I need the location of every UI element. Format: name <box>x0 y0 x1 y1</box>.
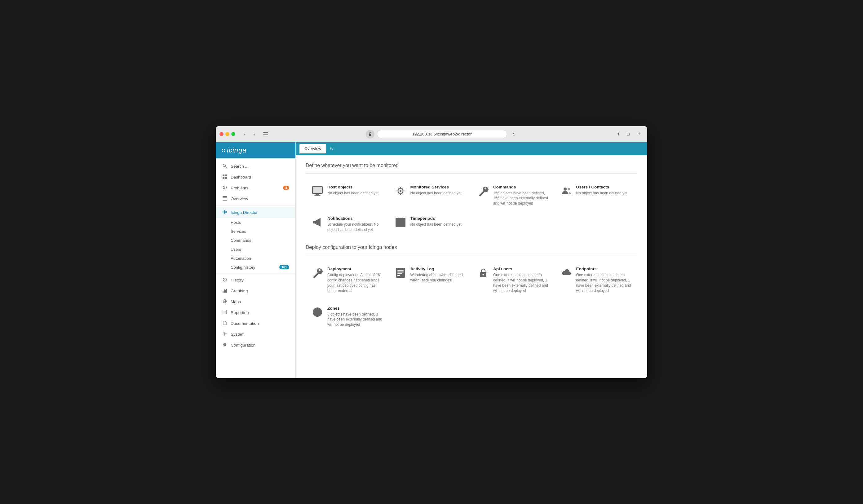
svg-rect-39 <box>315 194 319 195</box>
sidebar-item-users[interactable]: Users <box>216 245 296 254</box>
svg-point-24 <box>223 211 224 212</box>
sidebar-item-history[interactable]: History <box>216 275 296 286</box>
sidebar-item-maps[interactable]: Maps <box>216 296 296 307</box>
svg-rect-58 <box>397 273 402 274</box>
tab-overview[interactable]: Overview <box>299 144 326 153</box>
logo-text: icinga <box>227 146 247 154</box>
sidebar-item-automation[interactable]: Automation <box>216 254 296 263</box>
services-label: Services <box>230 229 289 234</box>
security-icon <box>366 130 374 139</box>
reporting-icon <box>222 310 227 315</box>
sidebar-item-configuration[interactable]: Configuration <box>216 340 296 351</box>
sidebar-item-graphing[interactable]: Graphing <box>216 286 296 296</box>
card-timeperiods[interactable]: Timeperiods No object has been defined y… <box>389 211 472 237</box>
bookmark-button[interactable]: ⊡ <box>624 130 633 139</box>
close-button[interactable] <box>220 132 224 136</box>
configuration-label: Configuration <box>230 343 289 348</box>
card-endpoints[interactable]: Endpoints One external object has been d… <box>554 262 638 298</box>
svg-line-6 <box>225 166 227 167</box>
sidebar-item-services[interactable]: Services <box>216 227 296 236</box>
app-container: icinga Search ... <box>216 142 647 378</box>
back-button[interactable]: ‹ <box>240 130 249 139</box>
timeperiods-desc: No object has been defined yet <box>410 222 462 227</box>
globe-icon <box>312 306 323 320</box>
maximize-button[interactable] <box>231 132 235 136</box>
wrench-icon <box>478 185 489 199</box>
card-monitored-services[interactable]: Monitored Services No object has been de… <box>389 180 472 211</box>
svg-rect-9 <box>223 177 224 179</box>
svg-point-43 <box>400 190 401 192</box>
sidebar-item-system[interactable]: System <box>216 329 296 340</box>
sidebar-item-reporting[interactable]: Reporting <box>216 307 296 318</box>
logo-dots <box>222 149 225 152</box>
sidebar-toggle-button[interactable] <box>261 130 270 139</box>
svg-point-45 <box>567 188 570 190</box>
section1-title: Define whatever you want to be monitored <box>305 163 637 168</box>
svg-rect-28 <box>225 290 226 293</box>
svg-rect-26 <box>223 291 224 293</box>
documentation-icon <box>222 321 227 326</box>
config-history-badge: 161 <box>279 265 289 269</box>
automation-label: Automation <box>230 256 289 261</box>
sidebar-logo: icinga <box>216 142 296 159</box>
sidebar: icinga Search ... <box>216 142 296 378</box>
sidebar-item-dashboard[interactable]: Dashboard <box>216 172 296 182</box>
page-content: Define whatever you want to be monitored <box>296 155 647 378</box>
sidebar-divider-1 <box>216 205 296 206</box>
svg-rect-51 <box>400 222 401 223</box>
search-label: Search ... <box>230 164 289 168</box>
share-button[interactable]: ⬆ <box>614 130 623 139</box>
reporting-label: Reporting <box>230 310 289 315</box>
svg-point-23 <box>223 212 224 213</box>
svg-rect-40 <box>314 195 321 196</box>
card-api-users[interactable]: Api users One external object has been d… <box>472 262 554 298</box>
url-bar-container: 192.168.33.5/icingaweb2/director ↻ <box>273 130 611 139</box>
sidebar-item-overview[interactable]: Overview <box>216 193 296 204</box>
card-deployment[interactable]: Deployment Config deployment. A total of… <box>305 262 389 298</box>
card-users-contacts-body: Users / Contacts No object has been defi… <box>576 185 627 196</box>
section2-divider <box>305 255 637 255</box>
forward-button[interactable]: › <box>250 130 259 139</box>
endpoints-desc: One external object has been defined, it… <box>576 273 631 293</box>
card-api-users-body: Api users One external object has been d… <box>493 267 548 293</box>
svg-rect-34 <box>224 311 226 312</box>
svg-rect-55 <box>396 268 405 278</box>
history-icon <box>222 277 227 283</box>
overview-icon <box>222 196 227 201</box>
sidebar-nav: Search ... Dashboard <box>216 159 296 353</box>
sidebar-item-problems[interactable]: Problems 4 <box>216 182 296 193</box>
url-bar[interactable]: 192.168.33.5/icingaweb2/director <box>377 130 507 138</box>
card-zones[interactable]: Zones 3 objects have been defined, 3 hav… <box>305 301 389 332</box>
svg-point-37 <box>224 333 225 335</box>
card-commands[interactable]: Commands 156 objects have been defined, … <box>472 180 554 211</box>
sidebar-item-config-history[interactable]: Config history 161 <box>216 263 296 272</box>
svg-point-19 <box>224 210 225 211</box>
sidebar-item-documentation[interactable]: Documentation <box>216 318 296 329</box>
sidebar-item-search[interactable]: Search ... <box>216 161 296 172</box>
monitored-services-title: Monitored Services <box>410 185 462 189</box>
sidebar-item-commands[interactable]: Commands <box>216 236 296 245</box>
sidebar-item-icinga-director[interactable]: Icinga Director <box>216 207 296 218</box>
maps-icon <box>222 299 227 304</box>
card-notifications[interactable]: Notifications Schedule your notification… <box>305 211 389 237</box>
host-objects-desc: No object has been defined yet <box>327 191 378 196</box>
maps-label: Maps <box>230 300 289 304</box>
svg-rect-1 <box>263 134 268 135</box>
svg-rect-8 <box>225 175 227 176</box>
minimize-button[interactable] <box>225 132 229 136</box>
api-users-desc: One external object has been defined, it… <box>493 273 548 293</box>
notifications-title: Notifications <box>327 216 383 221</box>
users-icon <box>561 185 572 199</box>
card-zones-body: Zones 3 objects have been defined, 3 hav… <box>327 306 383 327</box>
card-activity-log[interactable]: Activity Log Wondering about what change… <box>389 262 472 298</box>
svg-rect-15 <box>223 198 227 198</box>
new-tab-button[interactable]: + <box>635 130 643 139</box>
card-deployment-body: Deployment Config deployment. A total of… <box>327 267 383 293</box>
reload-button[interactable]: ↻ <box>510 130 518 139</box>
configuration-icon <box>222 342 227 348</box>
refresh-button[interactable]: ↻ <box>327 145 336 152</box>
sidebar-item-hosts[interactable]: Hosts <box>216 218 296 227</box>
card-users-contacts[interactable]: Users / Contacts No object has been defi… <box>554 180 638 211</box>
card-host-objects[interactable]: Host objects No object has been defined … <box>305 180 389 211</box>
svg-rect-14 <box>223 196 227 197</box>
